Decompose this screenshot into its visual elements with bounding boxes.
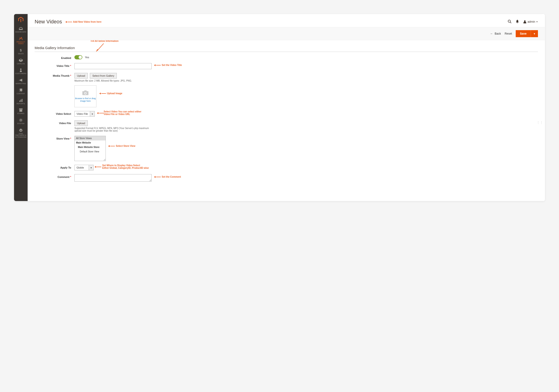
apply-to-value: Globle	[75, 165, 89, 170]
sidebar-label: DASHBOARD	[15, 31, 26, 33]
chevron-down-icon: ▼	[536, 21, 538, 23]
video-file-label: Video File	[35, 120, 75, 125]
chevron-down-icon: ▾	[90, 111, 94, 116]
magento-logo-icon	[18, 17, 23, 23]
sidebar-item-system[interactable]: SYSTEM	[14, 116, 28, 126]
media-thumb-label: Media Thumb*	[35, 73, 75, 77]
annotation-upload-image: Upload Image	[99, 92, 122, 95]
main-panel: New Videos Add New Video from here admin…	[28, 14, 545, 201]
apply-to-label: Apply To	[35, 165, 75, 169]
svg-rect-4	[19, 100, 20, 102]
reset-button[interactable]: Reset	[505, 32, 512, 35]
sidebar-item-dashboard[interactable]: DASHBOARD	[14, 25, 28, 35]
enabled-toggle[interactable]	[75, 55, 82, 59]
megaphone-icon	[19, 78, 23, 82]
svg-line-9	[510, 22, 512, 23]
sidebar-item-product-video[interactable]: PRODUCT VIDEO	[14, 35, 28, 46]
video-select-label: Video Select	[35, 111, 75, 115]
sidebar-label: MARKETING	[16, 83, 26, 85]
search-icon[interactable]	[508, 20, 512, 24]
chevron-down-icon: ▾	[89, 165, 93, 170]
annotation-arrow-icon	[95, 43, 105, 52]
video-title-label: Video Title*	[35, 63, 75, 67]
toolbar: ← Back Reset Save ▼	[28, 27, 545, 40]
svg-line-11	[97, 44, 104, 51]
sidebar-label: PRODUCT VIDEO	[15, 41, 27, 45]
sidebar-item-partners[interactable]: FIND PARTNERS & EXTENSIONS	[14, 126, 28, 140]
sidebar-item-catalog[interactable]: CATALOG	[14, 57, 28, 67]
drag-handle-icon: ⋮⋮	[537, 121, 543, 124]
box-icon	[19, 58, 23, 62]
svg-rect-6	[22, 99, 22, 102]
sidebar-item-customers[interactable]: CUSTOMERS	[14, 66, 28, 76]
annotation-comment: Set the Comment	[154, 176, 181, 178]
thumb-hint: Maximum file size: 2 MB. Allowed file ty…	[75, 80, 132, 82]
annotation-add-new: Add New Video from here	[65, 21, 102, 23]
sidebar-label: SYSTEM	[17, 123, 25, 125]
sidebar-label: STORES	[17, 113, 24, 115]
store-view-option[interactable]: Main Website Store	[75, 145, 105, 149]
dollar-icon: $	[20, 48, 22, 52]
user-name: admin	[527, 20, 535, 23]
apply-to-dropdown[interactable]: Globle ▾	[75, 165, 93, 170]
puzzle-icon	[19, 128, 22, 132]
image-dropzone[interactable]: Browse to find or drag image here	[75, 85, 96, 107]
user-menu[interactable]: admin ▼	[523, 20, 538, 23]
svg-point-7	[20, 119, 21, 121]
select-from-gallery-button[interactable]: Select from Gallery	[90, 73, 117, 79]
back-button[interactable]: ← Back	[490, 32, 501, 35]
svg-text:$: $	[20, 48, 22, 52]
store-icon	[19, 108, 23, 112]
sidebar-item-marketing[interactable]: MARKETING	[14, 76, 28, 87]
page-header: New Videos Add New Video from here admin…	[28, 14, 545, 27]
store-view-option[interactable]: Default Store View	[75, 149, 105, 154]
sidebar-label: CUSTOMERS	[15, 73, 26, 75]
video-title-input[interactable]	[75, 63, 152, 69]
store-view-option[interactable]: All Store Views	[75, 136, 105, 141]
save-dropdown-button[interactable]: ▼	[531, 30, 538, 37]
svg-rect-14	[84, 90, 87, 92]
bell-icon[interactable]	[516, 20, 519, 24]
sidebar-label: SALES	[18, 53, 24, 55]
page-title: New Videos	[35, 19, 62, 25]
sidebar-item-sales[interactable]: $SALES	[14, 46, 28, 57]
form-content: ⋮⋮ Fill All below Information Media Gall…	[28, 40, 545, 201]
sidebar-label: CATALOG	[17, 63, 25, 65]
upload-video-button[interactable]: Upload	[75, 120, 88, 126]
comment-label: Comment*	[35, 174, 75, 178]
annotation-apply-to: Set Where to Display Video SelectEither …	[94, 164, 149, 169]
video-select-value: Video File	[75, 111, 90, 116]
svg-rect-5	[21, 99, 21, 102]
annotation-set-title: Set the Video Title	[154, 64, 182, 66]
bar-chart-icon	[19, 98, 22, 102]
annotation-store-view: Select Store View	[108, 145, 135, 147]
annotation-fill-below: Fill All below Information	[91, 40, 119, 42]
enabled-label: Enabled	[35, 55, 75, 59]
person-icon	[20, 68, 22, 72]
gauge-icon	[19, 27, 23, 30]
pages-icon	[19, 88, 22, 92]
annotation-select-video: Select Video You can select eitherVideo …	[97, 110, 141, 116]
video-file-hint: Supported Format FLV, MPEG, MP4, MP3 (Yo…	[75, 127, 152, 132]
admin-frame: DASHBOARD PRODUCT VIDEO $SALES CATALOG C…	[14, 14, 545, 201]
sidebar-label: CONTENT	[17, 93, 25, 95]
save-button[interactable]: Save	[516, 30, 531, 37]
section-title: Media Gallery Information	[35, 43, 538, 52]
store-view-label: Store View*	[35, 136, 75, 140]
camera-icon	[82, 90, 89, 96]
svg-point-16	[85, 93, 86, 94]
store-view-select[interactable]: All Store Views Main Website Main Websit…	[75, 136, 106, 161]
upload-thumb-button[interactable]: Upload	[75, 73, 88, 79]
user-icon	[523, 20, 526, 23]
sidebar-item-reports[interactable]: REPORTS	[14, 97, 28, 107]
comment-input[interactable]	[75, 174, 152, 182]
dropzone-text: Browse to find or drag image here	[75, 97, 96, 102]
product-video-icon	[19, 37, 23, 40]
store-view-option[interactable]: Main Website	[75, 141, 105, 145]
sidebar-item-content[interactable]: CONTENT	[14, 87, 28, 97]
gear-icon	[19, 118, 22, 122]
svg-rect-3	[20, 89, 22, 91]
sidebar-item-stores[interactable]: STORES	[14, 106, 28, 116]
svg-point-1	[20, 69, 21, 70]
video-select-dropdown[interactable]: Video File ▾	[75, 111, 95, 117]
